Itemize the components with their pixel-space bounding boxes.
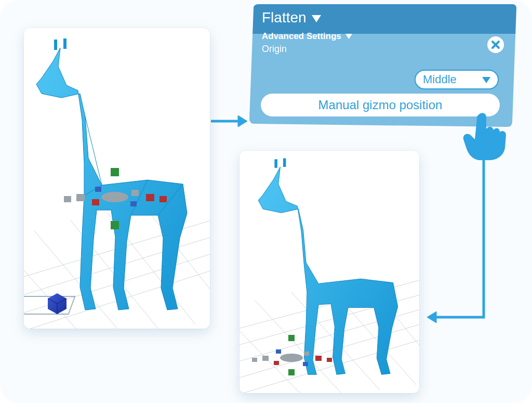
svg-rect-47 [303, 362, 308, 366]
svg-rect-48 [274, 361, 279, 365]
viewport-after [240, 151, 419, 393]
svg-marker-50 [312, 15, 321, 22]
svg-rect-13 [63, 38, 66, 49]
svg-point-39 [280, 354, 303, 362]
svg-rect-20 [64, 196, 71, 202]
panel-title-row[interactable]: Flatten [262, 9, 504, 26]
viewport-before [24, 28, 210, 329]
manual-gizmo-button-label: Manual gizmo position [318, 98, 443, 112]
svg-rect-49 [304, 352, 309, 356]
svg-rect-44 [262, 356, 269, 361]
manual-gizmo-button[interactable]: Manual gizmo position [261, 94, 500, 116]
panel-title: Flatten [262, 9, 307, 26]
svg-rect-45 [252, 358, 257, 362]
svg-line-28 [240, 335, 419, 393]
svg-rect-40 [288, 335, 295, 341]
svg-rect-24 [130, 201, 137, 206]
svg-rect-42 [315, 356, 322, 361]
settings-panel: Flatten Advanced Settings Origin Middle [249, 4, 516, 118]
svg-rect-41 [288, 369, 295, 375]
svg-line-27 [240, 319, 419, 384]
svg-rect-18 [159, 196, 167, 202]
svg-rect-23 [95, 187, 101, 192]
svg-rect-15 [111, 168, 119, 176]
svg-rect-17 [146, 194, 154, 201]
svg-rect-21 [131, 190, 139, 196]
close-button[interactable] [487, 36, 504, 53]
gizmo-floor [252, 335, 332, 375]
svg-marker-52 [482, 77, 490, 83]
svg-rect-16 [111, 221, 119, 229]
diagram-canvas: Flatten Advanced Settings Origin Middle [0, 0, 532, 403]
svg-rect-37 [274, 159, 277, 168]
svg-rect-46 [276, 349, 281, 354]
svg-marker-2 [427, 311, 436, 323]
origin-field-label: Origin [262, 44, 504, 55]
caret-down-icon [312, 9, 321, 26]
scene-before [24, 28, 210, 329]
close-icon [490, 40, 501, 50]
arrow-before-to-panel [211, 113, 247, 129]
panel-section-row[interactable]: Advanced Settings [262, 31, 504, 42]
svg-rect-38 [283, 158, 286, 167]
caret-down-icon [345, 31, 352, 42]
svg-marker-51 [345, 34, 352, 39]
svg-rect-19 [76, 194, 85, 201]
origin-dropdown[interactable]: Middle [415, 70, 499, 89]
arrow-panel-to-after [424, 159, 491, 331]
svg-rect-12 [54, 40, 57, 50]
svg-rect-43 [327, 358, 332, 362]
svg-line-33 [255, 301, 343, 393]
svg-marker-1 [238, 115, 247, 127]
scene-after [240, 151, 419, 393]
model-giraffe [258, 158, 398, 374]
origin-dropdown-value: Middle [423, 73, 457, 86]
panel-section-label: Advanced Settings [262, 31, 341, 42]
svg-rect-22 [92, 199, 99, 205]
caret-down-icon [482, 73, 490, 86]
svg-point-14 [101, 192, 128, 202]
